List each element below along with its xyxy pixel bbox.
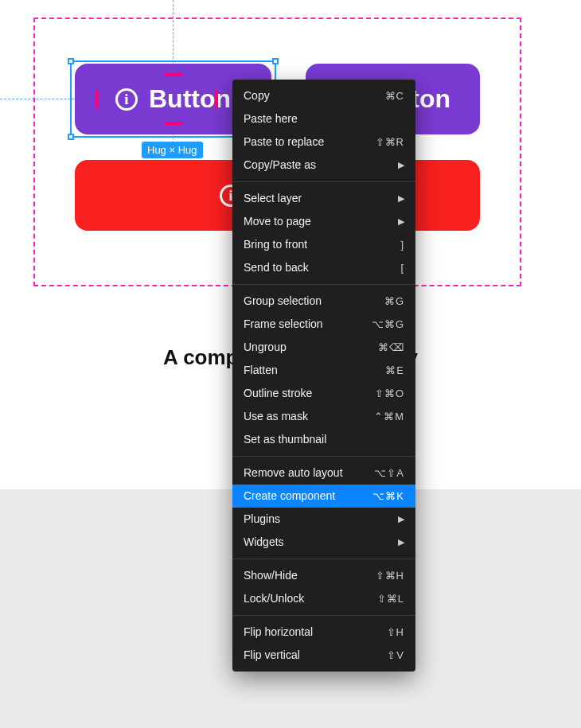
context-menu-item-shortcut: [ xyxy=(400,260,404,275)
context-menu-item-label: Plugins xyxy=(244,512,280,527)
button-label: Button xyxy=(149,84,231,114)
context-menu-item-move-to-page[interactable]: Move to page▶ xyxy=(232,210,415,233)
context-menu-item-show-hide[interactable]: Show/Hide⇧⌘H xyxy=(232,564,415,587)
context-menu-item-label: Flip vertical xyxy=(244,648,300,663)
context-menu-item-label: Bring to front xyxy=(244,237,307,252)
context-menu-item-select-layer[interactable]: Select layer▶ xyxy=(232,187,415,210)
context-menu-item-lock-unlock[interactable]: Lock/Unlock⇧⌘L xyxy=(232,587,415,610)
chevron-right-icon: ▶ xyxy=(398,214,404,229)
context-menu-item-label: Paste here xyxy=(244,111,298,127)
context-menu-item-label: Remove auto layout xyxy=(244,465,343,481)
context-menu-item-label: Move to page xyxy=(244,214,311,229)
context-menu-item-label: Create component xyxy=(244,489,335,504)
context-menu-item-shortcut: ⌥⌘K xyxy=(372,489,404,504)
context-menu-item-shortcut: ⌥⇧A xyxy=(374,465,404,481)
context-menu-item-ungroup[interactable]: Ungroup⌘⌫ xyxy=(232,336,415,359)
context-menu-item-label: Send to back xyxy=(244,260,309,275)
context-menu-item-label: Outline stroke xyxy=(244,386,312,401)
chevron-right-icon: ▶ xyxy=(398,191,404,206)
context-menu-separator xyxy=(232,456,415,457)
context-menu-item-label: Flip horizontal xyxy=(244,625,313,640)
selection-size-badge: Hug × Hug xyxy=(142,142,203,158)
context-menu-item-bring-to-front[interactable]: Bring to front] xyxy=(232,233,415,256)
context-menu-item-label: Paste to replace xyxy=(244,134,324,150)
context-menu-item-copy-paste-as[interactable]: Copy/Paste as▶ xyxy=(232,154,415,177)
context-menu-item-label: Show/Hide xyxy=(244,568,298,583)
context-menu-item-shortcut: ⌃⌘M xyxy=(374,409,404,424)
context-menu-item-label: Copy xyxy=(244,88,270,103)
chevron-right-icon: ▶ xyxy=(398,535,404,550)
context-menu-item-set-as-thumbnail[interactable]: Set as thumbnail xyxy=(232,428,415,451)
context-menu-item-flip-vertical[interactable]: Flip vertical⇧V xyxy=(232,644,415,667)
context-menu-item-plugins[interactable]: Plugins▶ xyxy=(232,508,415,531)
context-menu-item-group-selection[interactable]: Group selection⌘G xyxy=(232,290,415,313)
context-menu-item-label: Widgets xyxy=(244,535,284,550)
context-menu-item-shortcut: ⇧⌘O xyxy=(375,386,404,401)
context-menu-item-shortcut: ⇧⌘L xyxy=(377,591,404,606)
context-menu-separator xyxy=(232,559,415,559)
context-menu-item-shortcut: ⇧⌘H xyxy=(376,568,404,583)
context-menu-item-label: Group selection xyxy=(244,294,322,309)
context-menu-item-use-as-mask[interactable]: Use as mask⌃⌘M xyxy=(232,405,415,428)
context-menu-item-shortcut: ⇧H xyxy=(387,625,404,640)
chevron-right-icon: ▶ xyxy=(398,512,404,527)
context-menu-item-shortcut: ⌘⌫ xyxy=(378,340,404,355)
context-menu-item-label: Select layer xyxy=(244,191,302,206)
context-menu-item-paste-to-replace[interactable]: Paste to replace⇧⌘R xyxy=(232,130,415,154)
context-menu-item-shortcut: ⌘E xyxy=(385,363,404,378)
context-menu-item-copy[interactable]: Copy⌘C xyxy=(232,84,415,107)
context-menu-item-remove-auto-layout[interactable]: Remove auto layout⌥⇧A xyxy=(232,461,415,485)
context-menu-item-shortcut: ⌘C xyxy=(385,88,404,103)
context-menu-item-frame-selection[interactable]: Frame selection⌥⌘G xyxy=(232,313,415,336)
context-menu-separator xyxy=(232,284,415,285)
context-menu-item-flip-horizontal[interactable]: Flip horizontal⇧H xyxy=(232,621,415,644)
info-icon: i xyxy=(115,88,138,111)
context-menu-item-label: Frame selection xyxy=(244,317,323,332)
context-menu-item-shortcut: ] xyxy=(400,237,404,252)
context-menu-item-shortcut: ⇧V xyxy=(387,648,404,663)
context-menu-item-label: Set as thumbnail xyxy=(244,432,326,447)
context-menu-separator xyxy=(232,615,415,616)
context-menu-item-shortcut: ⌥⌘G xyxy=(372,317,404,332)
context-menu-item-label: Use as mask xyxy=(244,409,308,424)
context-menu-item-label: Flatten xyxy=(244,363,278,378)
context-menu-separator xyxy=(232,181,415,182)
context-menu-item-widgets[interactable]: Widgets▶ xyxy=(232,531,415,554)
context-menu-item-label: Copy/Paste as xyxy=(244,158,316,173)
context-menu-item-shortcut: ⇧⌘R xyxy=(376,134,404,150)
context-menu-item-label: Lock/Unlock xyxy=(244,591,304,606)
context-menu-item-paste-here[interactable]: Paste here xyxy=(232,107,415,130)
context-menu[interactable]: Copy⌘CPaste herePaste to replace⇧⌘RCopy/… xyxy=(232,80,415,672)
context-menu-item-shortcut: ⌘G xyxy=(384,294,404,309)
context-menu-item-flatten[interactable]: Flatten⌘E xyxy=(232,359,415,382)
chevron-right-icon: ▶ xyxy=(398,158,404,173)
context-menu-item-create-component[interactable]: Create component⌥⌘K xyxy=(232,485,415,508)
context-menu-item-send-to-back[interactable]: Send to back[ xyxy=(232,256,415,279)
context-menu-item-label: Ungroup xyxy=(244,340,287,355)
context-menu-item-outline-stroke[interactable]: Outline stroke⇧⌘O xyxy=(232,382,415,405)
